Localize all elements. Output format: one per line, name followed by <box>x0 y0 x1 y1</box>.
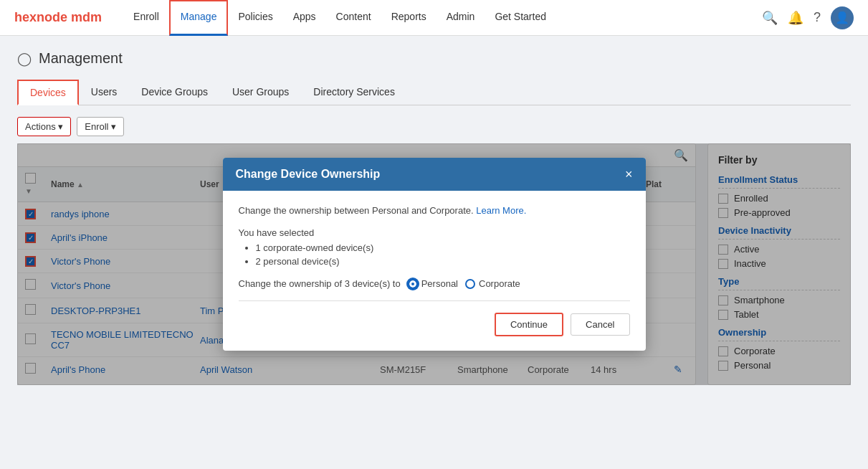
enroll-button[interactable]: Enroll ▾ <box>77 117 124 136</box>
top-navigation: hexnode mdm Enroll Manage Policies Apps … <box>0 0 868 36</box>
modal-title: Change Device Ownership <box>236 168 381 181</box>
modal-body: Change the ownership between Personal an… <box>223 191 646 351</box>
help-icon[interactable]: ? <box>814 10 821 25</box>
change-ownership-modal: Change Device Ownership × Change the own… <box>223 158 646 351</box>
tab-user-groups[interactable]: User Groups <box>220 80 301 105</box>
logo-text1: hexnode <box>14 10 67 24</box>
sub-tabs: Devices Users Device Groups User Groups … <box>17 80 851 105</box>
modal-selected-list: 1 corporate-owned device(s) 2 personal d… <box>239 242 630 267</box>
page-body: ◯ Management Devices Users Device Groups… <box>0 36 868 399</box>
content-area: 🔍 ▼ Name ▲ User Model Type Ownership Las… <box>17 143 851 385</box>
nav-enroll[interactable]: Enroll <box>123 0 169 36</box>
management-icon: ◯ <box>17 51 32 67</box>
radio-personal-btn[interactable] <box>408 279 418 289</box>
page-title-area: ◯ Management <box>17 50 851 67</box>
enroll-label: Enroll ▾ <box>85 121 116 132</box>
radio-personal[interactable]: Personal <box>408 278 458 289</box>
nav-apps[interactable]: Apps <box>283 0 326 36</box>
actions-label: Actions ▾ <box>25 121 63 132</box>
nav-policies[interactable]: Policies <box>228 0 282 36</box>
tab-devices[interactable]: Devices <box>17 80 79 105</box>
radio-personal-label: Personal <box>421 278 458 289</box>
modal-description: Change the ownership between Personal an… <box>239 205 630 216</box>
nav-admin[interactable]: Admin <box>437 0 485 36</box>
modal-header: Change Device Ownership × <box>223 158 646 191</box>
modal-close-button[interactable]: × <box>625 168 633 181</box>
logo-text2: mdm <box>71 10 102 24</box>
learn-more-link[interactable]: Learn More. <box>476 205 526 216</box>
tab-device-groups[interactable]: Device Groups <box>129 80 220 105</box>
page-title: Management <box>39 50 123 67</box>
actions-button[interactable]: Actions ▾ <box>17 117 71 136</box>
change-label: Change the ownership of 3 device(s) to <box>239 278 401 289</box>
cancel-button[interactable]: Cancel <box>571 313 629 336</box>
nav-manage[interactable]: Manage <box>169 0 229 36</box>
notifications-icon[interactable]: 🔔 <box>788 10 803 26</box>
modal-footer: Continue Cancel <box>239 313 630 336</box>
radio-corporate-label: Corporate <box>479 278 520 289</box>
modal-overlay: Change Device Ownership × Change the own… <box>17 143 851 385</box>
modal-selected-title: You have selected <box>239 227 630 238</box>
selected-item-0: 1 corporate-owned device(s) <box>256 242 630 253</box>
nav-items: Enroll Manage Policies Apps Content Repo… <box>123 0 762 36</box>
radio-corporate-btn[interactable] <box>465 279 475 289</box>
selected-item-1: 2 personal device(s) <box>256 256 630 267</box>
tab-directory-services[interactable]: Directory Services <box>301 80 407 105</box>
modal-divider <box>239 300 630 301</box>
nav-right: 🔍 🔔 ? 👤 <box>762 6 854 29</box>
modal-ownership-row: Change the ownership of 3 device(s) to P… <box>239 278 630 289</box>
search-icon[interactable]: 🔍 <box>762 10 778 26</box>
continue-button[interactable]: Continue <box>495 313 563 336</box>
radio-corporate[interactable]: Corporate <box>465 278 520 289</box>
logo: hexnode mdm <box>14 10 102 25</box>
nav-content[interactable]: Content <box>326 0 381 36</box>
toolbar: Actions ▾ Enroll ▾ <box>17 117 851 136</box>
nav-get-started[interactable]: Get Started <box>485 0 556 36</box>
nav-reports[interactable]: Reports <box>381 0 437 36</box>
tab-users[interactable]: Users <box>79 80 130 105</box>
avatar[interactable]: 👤 <box>831 6 854 29</box>
